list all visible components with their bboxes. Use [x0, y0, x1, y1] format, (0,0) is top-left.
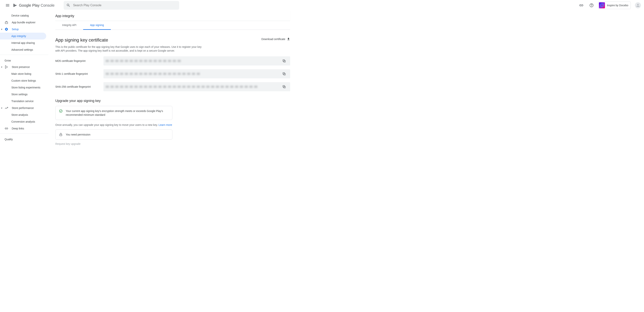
sidebar-item-store-presence[interactable]: ▼ Store presence [0, 64, 46, 70]
cert-label: SHA-256 certificate fingerprint [55, 85, 99, 88]
upgrade-annual-text: Once annually, you can upgrade your app … [55, 123, 290, 126]
menu-button[interactable] [3, 1, 12, 10]
link-icon [4, 127, 8, 130]
sidebar-item-store-settings[interactable]: Store settings [0, 91, 46, 98]
cert-label: SHA-1 certificate fingerprint [55, 72, 99, 75]
cert-row-sha1: SHA-1 certificate fingerprint XX XX XX X… [55, 69, 290, 78]
copy-button[interactable] [280, 83, 288, 91]
tabs: Integrity API App signing [55, 21, 290, 30]
nav-label: Setup [12, 28, 19, 31]
nav-label: App bundle explorer [12, 21, 36, 24]
copy-icon [282, 59, 286, 63]
sidebar-item-deep-links[interactable]: Deep links [0, 125, 46, 132]
search-icon [66, 3, 70, 8]
sidebar-item-internal-app-sharing[interactable]: Internal app sharing [0, 40, 46, 46]
nav-label: Store listing experiments [11, 86, 40, 89]
search-box[interactable] [64, 1, 179, 10]
copy-button[interactable] [280, 57, 288, 65]
cert-value: XX XX XX XX XX XX XX XX XX XX XX XX XX X… [106, 85, 280, 88]
cert-value-box: XX XX XX XX XX XX XX XX XX XX XX XX XX X… [104, 69, 290, 78]
cert-value-box: XX XX XX XX XX XX XX XX XX XX XX XX XX X… [104, 82, 290, 91]
section-label-grow: Grow [0, 56, 48, 64]
cert-row-sha256: SHA-256 certificate fingerprint XX XX XX… [55, 82, 290, 91]
caret-down-icon: ▼ [1, 107, 4, 109]
store-icon [4, 65, 8, 69]
nav-label: Conversion analysis [11, 120, 35, 123]
tab-app-signing[interactable]: App signing [83, 21, 110, 30]
sidebar-item-advanced-settings[interactable]: Advanced settings [0, 46, 46, 53]
logo-text: Google Play Console [19, 3, 54, 8]
logo[interactable]: Google Play Console [13, 3, 54, 8]
app-selector[interactable]: Inspire by Docebo [598, 2, 631, 9]
svg-point-7 [60, 110, 62, 112]
sidebar-item-app-integrity[interactable]: App integrity [0, 33, 46, 40]
section-label-quality: Quality [0, 135, 48, 142]
nav-label: Store presence [12, 65, 30, 69]
cert-row-md5: MD5 certificate fingerprint XX XX XX XX … [55, 56, 290, 65]
nav-label: Store analysis [11, 113, 28, 116]
nav-label: App integrity [11, 35, 26, 38]
link-icon [579, 3, 584, 8]
copy-icon [282, 72, 286, 76]
header: Google Play Console Inspire by Docebo [0, 0, 644, 11]
main-content: App integrity Integrity API App signing … [48, 11, 295, 145]
svg-rect-0 [5, 22, 8, 24]
caret-down-icon: ▼ [1, 28, 4, 30]
play-console-logo-icon [13, 3, 18, 8]
link-button[interactable] [578, 2, 585, 9]
header-actions: Inspire by Docebo [578, 2, 641, 9]
nav-label: Advanced settings [11, 48, 33, 51]
sidebar-item-translation-service[interactable]: Translation service [0, 98, 46, 105]
permission-text: You need permission [66, 133, 90, 136]
learn-more-link[interactable]: Learn more [158, 123, 172, 126]
cert-value: XX XX XX XX XX XX XX XX XX XX XX XX XX X… [106, 59, 280, 62]
sidebar-item-device-catalog[interactable]: Device catalog [0, 12, 46, 19]
nav-label: Store performance [12, 106, 34, 109]
sidebar-item-store-analysis[interactable]: Store analysis [0, 111, 46, 118]
sidebar-item-app-bundle-explorer[interactable]: App bundle explorer [0, 19, 46, 26]
sidebar-item-main-store-listing[interactable]: Main store listing [0, 70, 46, 77]
tab-integrity-api[interactable]: Integrity API [55, 21, 83, 30]
hamburger-icon [5, 3, 10, 8]
gear-icon [4, 27, 8, 31]
sidebar: Device catalog App bundle explorer ▼ Set… [0, 11, 48, 145]
section-desc: This is the public certificate for the a… [55, 45, 207, 53]
sidebar-item-store-listing-experiments[interactable]: Store listing experiments [0, 84, 46, 91]
status-card-permission: You need permission [55, 129, 172, 140]
status-card-ok: Your current app signing key's encryptio… [55, 106, 172, 120]
lock-icon [59, 133, 63, 136]
download-icon [287, 37, 290, 41]
nav-label: Translation service [11, 100, 34, 103]
nav-label: Store settings [11, 93, 28, 96]
status-text: Your current app signing key's encryptio… [66, 109, 169, 117]
section-title-upgrade: Upgrade your app signing key [55, 99, 290, 103]
nav-label: Custom store listings [11, 79, 36, 82]
cert-value-box: XX XX XX XX XX XX XX XX XX XX XX XX XX X… [104, 56, 290, 65]
help-icon [589, 3, 594, 8]
section-title-cert: App signing key certificate [55, 37, 108, 43]
search-container [64, 1, 179, 10]
bundle-icon [4, 21, 8, 24]
svg-rect-8 [60, 134, 62, 136]
trending-icon [4, 106, 8, 110]
sidebar-item-custom-store-listings[interactable]: Custom store listings [0, 77, 46, 84]
cert-value: XX XX XX XX XX XX XX XX XX XX XX XX XX X… [106, 72, 280, 75]
sidebar-item-conversion-analysis[interactable]: Conversion analysis [0, 118, 46, 125]
app-name-label: Inspire by Docebo [607, 4, 628, 7]
request-key-upgrade-disabled: Request key upgrade [55, 142, 290, 145]
person-icon [636, 3, 640, 8]
app-icon [599, 2, 605, 8]
nav-label: Main store listing [11, 72, 31, 75]
caret-down-icon: ▼ [1, 66, 4, 68]
sidebar-item-store-performance[interactable]: ▼ Store performance [0, 105, 46, 111]
search-input[interactable] [73, 4, 176, 7]
download-certificate-button[interactable]: Download certificate [262, 37, 290, 41]
nav-label: Internal app sharing [11, 41, 35, 44]
copy-button[interactable] [280, 70, 288, 78]
nav-label: Deep links [12, 127, 24, 130]
sidebar-item-setup[interactable]: ▼ Setup [0, 26, 46, 33]
check-circle-icon [59, 109, 63, 113]
user-avatar[interactable] [635, 2, 641, 8]
help-button[interactable] [588, 2, 595, 9]
download-label: Download certificate [262, 38, 285, 41]
